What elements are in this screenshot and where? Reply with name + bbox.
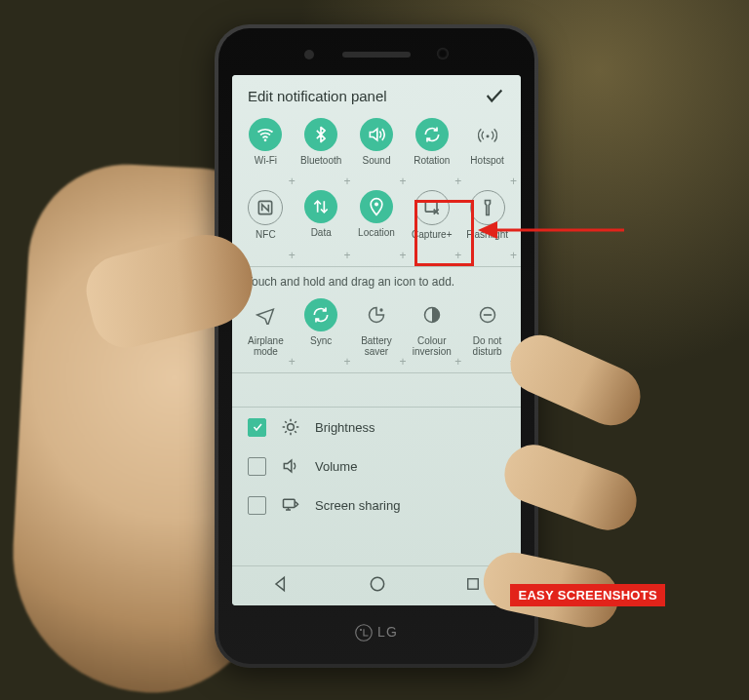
qs-tile-label: Wi-Fi <box>255 155 277 176</box>
qs-tile-label: Location <box>358 227 395 249</box>
svg-point-9 <box>288 424 295 431</box>
hotspot-icon <box>478 125 497 144</box>
qs-tile-airplane[interactable]: Airplanemode+ <box>238 296 294 367</box>
qs-tile-label: Rotation <box>414 155 450 176</box>
watermark: EASY SCREENSHOTS <box>510 584 665 606</box>
qs-tile-label: Batterysaver <box>361 335 392 357</box>
svg-point-23 <box>360 629 362 631</box>
brightness-icon <box>281 417 300 437</box>
back-button[interactable] <box>271 574 291 598</box>
qs-tile-icon-battery <box>360 298 393 331</box>
qs-tile-icon-data <box>304 190 337 223</box>
slider-label: Brightness <box>315 420 374 435</box>
panel-title: Edit notification panel <box>248 88 387 104</box>
qs-tile-icon-location <box>360 190 393 223</box>
home-button[interactable] <box>368 574 387 598</box>
qs-tile-rotation[interactable]: Rotation+ <box>404 116 459 186</box>
svg-rect-18 <box>284 499 296 507</box>
checkbox-screenshare[interactable] <box>248 496 266 515</box>
qs-tile-sync[interactable]: Sync+ <box>294 296 349 367</box>
checkbox-brightness[interactable] <box>248 418 266 437</box>
data-icon <box>311 197 331 216</box>
add-indicator: + <box>510 249 517 262</box>
proximity-sensor <box>304 50 314 59</box>
lg-logo-icon <box>355 624 373 642</box>
sound-icon <box>367 125 386 144</box>
front-camera <box>437 48 449 59</box>
screenshare-icon-wrap <box>280 495 301 515</box>
slider-label: Volume <box>315 459 357 474</box>
svg-marker-25 <box>478 221 497 239</box>
qs-tile-label: Do notdisturb <box>473 335 502 357</box>
qs-tile-label: Bluetooth <box>300 155 341 176</box>
panel-header: Edit notification panel <box>232 75 521 112</box>
svg-point-20 <box>371 577 383 590</box>
qs-tile-battery[interactable]: Batterysaver+ <box>349 296 405 367</box>
qs-tile-icon-sound <box>360 118 393 151</box>
qs-tile-label: Sound <box>363 155 391 176</box>
svg-point-3 <box>374 203 378 207</box>
circle-home-icon <box>368 574 387 594</box>
slider-row-volume[interactable]: Volume <box>232 447 521 486</box>
invert-icon <box>422 305 442 325</box>
phone-screen: Edit notification panel Wi-Fi+Bluetooth+… <box>232 75 521 605</box>
svg-line-14 <box>285 421 287 423</box>
bluetooth-icon <box>311 125 331 144</box>
svg-line-16 <box>295 421 296 423</box>
svg-rect-21 <box>468 579 479 590</box>
qs-tile-label: Airplanemode <box>248 335 284 357</box>
check-icon <box>252 421 263 433</box>
qs-tile-hotspot[interactable]: Hotspot+ <box>459 116 515 186</box>
spacer <box>232 372 521 407</box>
location-icon <box>367 197 386 216</box>
qs-tile-icon-bluetooth <box>304 118 337 151</box>
screenshare-icon <box>281 495 300 515</box>
brightness-icon-wrap <box>280 417 301 437</box>
slider-row-screenshare[interactable]: Screen sharing <box>232 486 521 525</box>
annotation-arrow <box>478 213 624 248</box>
qs-tile-bluetooth[interactable]: Bluetooth+ <box>294 116 349 186</box>
airplane-icon <box>256 305 275 325</box>
svg-point-1 <box>486 135 489 137</box>
qs-tile-wifi[interactable]: Wi-Fi+ <box>238 116 294 186</box>
qs-tile-icon-wifi <box>249 118 282 151</box>
nfc-icon <box>256 198 275 217</box>
wifi-icon <box>256 125 275 144</box>
svg-marker-19 <box>276 577 284 590</box>
qs-tile-nfc[interactable]: NFC+ <box>238 188 294 260</box>
recents-button[interactable] <box>464 575 482 597</box>
qs-tile-dnd[interactable]: Do notdisturb+ <box>459 296 515 367</box>
qs-tile-label: Colourinversion <box>413 335 452 357</box>
qs-tile-location[interactable]: Location+ <box>349 188 405 260</box>
qs-tile-data[interactable]: Data+ <box>294 188 349 260</box>
qs-tile-label: Sync <box>310 335 332 357</box>
qs-tile-label: NFC <box>256 229 276 251</box>
notification-panel-editor: Edit notification panel Wi-Fi+Bluetooth+… <box>232 75 521 605</box>
qs-tile-icon-sync <box>304 298 337 331</box>
qs-tile-icon-airplane <box>249 298 282 331</box>
slider-label: Screen sharing <box>315 498 400 513</box>
qs-tile-icon-invert <box>415 298 449 331</box>
qs-tile-icon-dnd <box>471 298 504 331</box>
earpiece <box>342 52 411 58</box>
checkbox-volume[interactable] <box>248 457 266 476</box>
check-icon <box>484 85 505 106</box>
add-indicator: + <box>510 175 517 188</box>
svg-line-17 <box>285 431 287 433</box>
confirm-button[interactable] <box>484 85 505 106</box>
qs-tile-icon-rotation <box>415 118 449 151</box>
sync-icon <box>311 305 331 325</box>
qs-tile-icon-hotspot <box>471 118 504 151</box>
qs-tile-icon-nfc <box>248 190 283 225</box>
battery-icon <box>367 305 386 325</box>
qs-tile-invert[interactable]: Colourinversion+ <box>404 296 459 367</box>
capture-plus-highlight <box>414 200 474 266</box>
hint-text: Touch and hold and drag an icon to add. <box>232 266 521 292</box>
slider-row-brightness[interactable]: Brightness <box>232 408 521 447</box>
qs-tile-sound[interactable]: Sound+ <box>349 116 405 186</box>
triangle-back-icon <box>271 574 291 594</box>
square-recents-icon <box>464 575 482 593</box>
rotation-icon <box>422 125 442 144</box>
brand-text: LG <box>377 624 398 640</box>
dnd-icon <box>478 305 497 325</box>
